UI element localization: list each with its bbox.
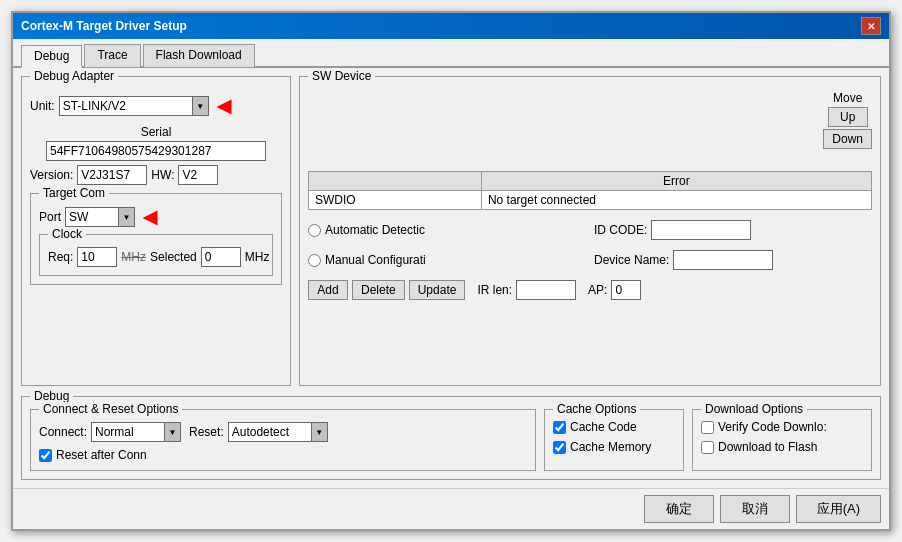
clock-group: Clock Req: 10 MHz Selected 0 MHz bbox=[39, 234, 273, 276]
selected-input[interactable]: 0 bbox=[201, 247, 241, 267]
manual-config-label: Manual Configurati bbox=[325, 253, 426, 267]
serial-input[interactable]: 54FF71064980575429301287 bbox=[46, 141, 266, 161]
id-code-input[interactable] bbox=[651, 220, 751, 240]
update-button[interactable]: Update bbox=[409, 280, 466, 300]
connect-reset-title: Connect & Reset Options bbox=[39, 402, 182, 416]
cache-code-label: Cache Code bbox=[570, 420, 637, 434]
tab-flash-download[interactable]: Flash Download bbox=[143, 44, 255, 67]
clock-title: Clock bbox=[48, 227, 86, 241]
reset-input[interactable]: Autodetect bbox=[229, 423, 311, 441]
debug-section: Debug Connect & Reset Options Connect: N… bbox=[21, 396, 881, 480]
move-section: Move Up Down bbox=[308, 91, 872, 149]
title-bar-buttons: ✕ bbox=[861, 17, 881, 35]
target-com-title: Target Com bbox=[39, 186, 109, 200]
manual-config-radio[interactable] bbox=[308, 254, 321, 267]
sw-table: Error SWDIO No target connected bbox=[308, 171, 872, 210]
download-flash-row: Download to Flash bbox=[701, 440, 863, 454]
reset-dropdown[interactable]: Autodetect ▼ bbox=[228, 422, 328, 442]
down-button[interactable]: Down bbox=[823, 129, 872, 149]
debug-adapter-title: Debug Adapter bbox=[30, 69, 118, 83]
connect-input[interactable]: Normal bbox=[92, 423, 164, 441]
ap-label: AP: bbox=[588, 283, 607, 297]
title-bar: Cortex-M Target Driver Setup ✕ bbox=[13, 13, 889, 39]
selected-label: Selected bbox=[150, 250, 197, 264]
manual-config-radio-group: Manual Configurati bbox=[308, 253, 586, 267]
radio-row: Automatic Detectic ID CODE: bbox=[308, 220, 872, 240]
reset-after-row: Reset after Conn bbox=[39, 448, 527, 462]
version-hw-row: Version: V2J31S7 HW: V2 bbox=[30, 165, 282, 185]
auto-detect-label: Automatic Detectic bbox=[325, 223, 425, 237]
arrow-annotation-unit: ◀ bbox=[217, 95, 231, 117]
tab-trace[interactable]: Trace bbox=[84, 44, 140, 67]
serial-section: Serial 54FF71064980575429301287 bbox=[30, 125, 282, 161]
ir-len-label: IR len: bbox=[477, 283, 512, 297]
cancel-button[interactable]: 取消 bbox=[720, 495, 790, 523]
top-section: Debug Adapter Unit: ST-LINK/V2 ▼ ◀ Seria… bbox=[21, 76, 881, 386]
sw-table-wrapper: Error SWDIO No target connected bbox=[308, 155, 872, 210]
mhz-label: MHz bbox=[245, 250, 270, 264]
tab-bar: Debug Trace Flash Download bbox=[13, 39, 889, 68]
unit-dropdown-btn[interactable]: ▼ bbox=[192, 97, 208, 115]
move-buttons: Move Up Down bbox=[823, 91, 872, 149]
port-dropdown-btn[interactable]: ▼ bbox=[118, 208, 134, 226]
unit-input[interactable]: ST-LINK/V2 bbox=[60, 97, 192, 115]
debug-adapter-group: Debug Adapter Unit: ST-LINK/V2 ▼ ◀ Seria… bbox=[21, 76, 291, 386]
device-name-section: Device Name: bbox=[594, 250, 872, 270]
download-options-title: Download Options bbox=[701, 402, 807, 416]
reset-after-label: Reset after Conn bbox=[56, 448, 147, 462]
req-input[interactable]: 10 bbox=[77, 247, 117, 267]
up-button[interactable]: Up bbox=[828, 107, 868, 127]
download-flash-label: Download to Flash bbox=[718, 440, 817, 454]
download-flash-checkbox[interactable] bbox=[701, 441, 714, 454]
version-input[interactable]: V2J31S7 bbox=[77, 165, 147, 185]
row-label: SWDIO bbox=[309, 191, 482, 210]
port-input[interactable]: SW bbox=[66, 208, 118, 226]
cache-memory-checkbox[interactable] bbox=[553, 441, 566, 454]
sw-device-group: SW Device Move Up Down bbox=[299, 76, 881, 386]
id-code-label: ID CODE: bbox=[594, 223, 647, 237]
device-name-input[interactable] bbox=[673, 250, 773, 270]
debug-section-title: Debug bbox=[30, 389, 73, 403]
footer: 确定 取消 应用(A) bbox=[13, 488, 889, 529]
version-label: Version: bbox=[30, 168, 73, 182]
ir-len-input[interactable] bbox=[516, 280, 576, 300]
device-name-label: Device Name: bbox=[594, 253, 669, 267]
confirm-button[interactable]: 确定 bbox=[644, 495, 714, 523]
connect-row: Connect: Normal ▼ Reset: Autodetect ▼ bbox=[39, 422, 527, 442]
unit-label: Unit: bbox=[30, 99, 55, 113]
reset-dropdown-btn[interactable]: ▼ bbox=[311, 423, 327, 441]
cache-memory-row: Cache Memory bbox=[553, 440, 675, 454]
ap-input[interactable]: 0 bbox=[611, 280, 641, 300]
bottom-inner: Connect & Reset Options Connect: Normal … bbox=[30, 409, 872, 471]
unit-row: Unit: ST-LINK/V2 ▼ ◀ bbox=[30, 95, 282, 117]
port-dropdown[interactable]: SW ▼ bbox=[65, 207, 135, 227]
cache-code-checkbox[interactable] bbox=[553, 421, 566, 434]
verify-code-checkbox[interactable] bbox=[701, 421, 714, 434]
connect-dropdown-btn[interactable]: ▼ bbox=[164, 423, 180, 441]
arrow-annotation-port: ◀ bbox=[143, 206, 157, 228]
add-button[interactable]: Add bbox=[308, 280, 348, 300]
connect-dropdown[interactable]: Normal ▼ bbox=[91, 422, 181, 442]
reset-after-checkbox[interactable] bbox=[39, 449, 52, 462]
tab-debug[interactable]: Debug bbox=[21, 45, 82, 68]
unit-dropdown[interactable]: ST-LINK/V2 ▼ bbox=[59, 96, 209, 116]
req-label: Req: bbox=[48, 250, 73, 264]
auto-detect-radio[interactable] bbox=[308, 224, 321, 237]
port-label: Port bbox=[39, 210, 61, 224]
connect-reset-group: Connect & Reset Options Connect: Normal … bbox=[30, 409, 536, 471]
cache-code-row: Cache Code bbox=[553, 420, 675, 434]
port-row: Port SW ▼ ◀ bbox=[39, 206, 273, 228]
sw-device-inner: Move Up Down Error bbox=[308, 87, 872, 300]
window-title: Cortex-M Target Driver Setup bbox=[21, 19, 187, 33]
clock-row: Req: 10 MHz Selected 0 MHz bbox=[48, 247, 264, 267]
cache-options-title: Cache Options bbox=[553, 402, 640, 416]
close-button[interactable]: ✕ bbox=[861, 17, 881, 35]
delete-button[interactable]: Delete bbox=[352, 280, 405, 300]
serial-label: Serial bbox=[30, 125, 282, 139]
id-code-section: ID CODE: bbox=[594, 220, 872, 240]
apply-button[interactable]: 应用(A) bbox=[796, 495, 881, 523]
row-value: No target connected bbox=[481, 191, 871, 210]
verify-code-label: Verify Code Downlo: bbox=[718, 420, 827, 434]
hw-input[interactable]: V2 bbox=[178, 165, 218, 185]
main-window: Cortex-M Target Driver Setup ✕ Debug Tra… bbox=[11, 11, 891, 531]
